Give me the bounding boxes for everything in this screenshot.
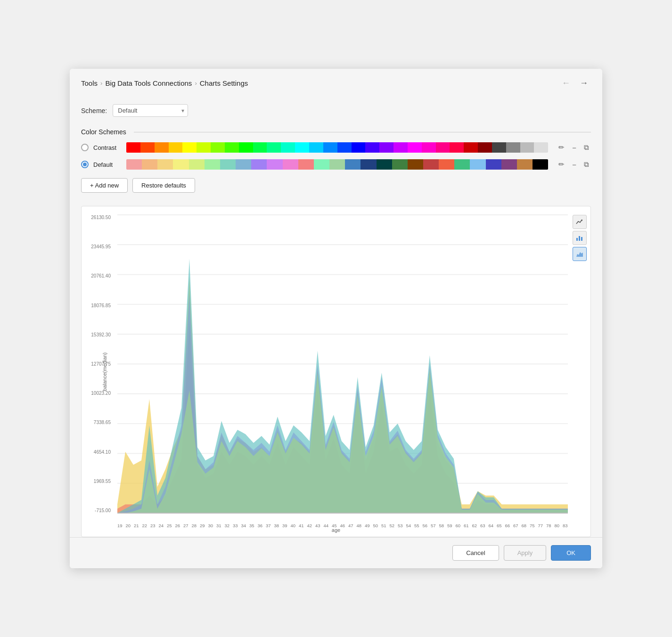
x-tick: 30 [208, 523, 213, 528]
x-tick: 53 [398, 523, 403, 528]
chart-svg [117, 215, 568, 513]
contrast-name: Contrast [93, 144, 122, 151]
x-tick: 48 [357, 523, 362, 528]
restore-defaults-button[interactable]: Restore defaults [132, 178, 195, 193]
x-tick: 57 [431, 523, 436, 528]
contrast-radio[interactable] [81, 144, 89, 151]
default-remove-btn[interactable]: − [570, 160, 578, 170]
default-edit-btn[interactable]: ✏ [557, 159, 566, 170]
contrast-remove-btn[interactable]: − [570, 143, 578, 153]
x-tick: 43 [315, 523, 320, 528]
x-tick: 51 [381, 523, 386, 528]
area-chart-btn[interactable] [573, 247, 587, 261]
section-divider [134, 132, 591, 132]
svg-rect-2 [581, 237, 582, 241]
x-tick: 75 [530, 523, 535, 528]
y-axis: 26130.5023445.9520761.4018076.8515392.30… [90, 215, 115, 513]
chart-icons [573, 215, 587, 261]
x-tick: 62 [472, 523, 477, 528]
x-axis-label: age [332, 527, 340, 533]
dialog: Tools › Big Data Tools Connections › Cha… [70, 69, 602, 568]
y-tick: 1969.55 [94, 479, 111, 484]
contrast-scheme-row: Contrast ✏ − ⧉ [81, 142, 591, 153]
cancel-button[interactable]: Cancel [452, 545, 499, 561]
scheme-select[interactable]: Default Contrast Custom [113, 104, 188, 117]
contrast-edit-btn[interactable]: ✏ [557, 142, 566, 153]
x-axis: 1920212223242526272829303132333435363738… [117, 523, 568, 528]
x-tick: 78 [546, 523, 551, 528]
dialog-header: Tools › Big Data Tools Connections › Cha… [70, 69, 602, 96]
dialog-body: Scheme: Default Contrast Custom Color Sc… [70, 96, 602, 537]
back-button[interactable]: ← [559, 77, 573, 89]
x-tick: 21 [134, 523, 139, 528]
x-tick: 32 [225, 523, 230, 528]
x-tick: 83 [563, 523, 568, 528]
breadcrumb-tools: Tools [81, 79, 98, 87]
x-tick: 34 [241, 523, 246, 528]
x-tick: 31 [216, 523, 221, 528]
ok-button[interactable]: OK [551, 545, 591, 561]
x-tick: 50 [373, 523, 378, 528]
x-tick: 49 [365, 523, 370, 528]
y-tick: 10023.20 [91, 391, 111, 396]
x-tick: 54 [406, 523, 411, 528]
chart-area: balance(median) [81, 206, 591, 537]
x-tick: 65 [497, 523, 502, 528]
x-tick: 42 [307, 523, 312, 528]
x-tick: 68 [522, 523, 527, 528]
contrast-actions: ✏ − ⧉ [557, 142, 591, 153]
x-tick: 59 [447, 523, 452, 528]
breadcrumb: Tools › Big Data Tools Connections › Cha… [81, 79, 248, 87]
scheme-label: Scheme: [81, 107, 107, 114]
x-tick: 55 [414, 523, 419, 528]
contrast-copy-btn[interactable]: ⧉ [582, 142, 591, 153]
apply-button[interactable]: Apply [504, 545, 547, 561]
forward-button[interactable]: → [577, 77, 591, 89]
default-copy-btn[interactable]: ⧉ [582, 159, 591, 170]
x-tick: 23 [150, 523, 156, 528]
x-tick: 77 [538, 523, 543, 528]
contrast-color-strip [126, 142, 548, 153]
y-tick: -715.00 [95, 508, 111, 513]
line-chart-icon [576, 218, 583, 226]
x-tick: 39 [282, 523, 287, 528]
x-tick: 38 [274, 523, 279, 528]
default-actions: ✏ − ⧉ [557, 159, 591, 170]
scheme-row: Scheme: Default Contrast Custom [81, 104, 591, 117]
x-tick: 27 [183, 523, 188, 528]
add-new-button[interactable]: + Add new [81, 178, 128, 193]
section-title-row: Color Schemes [81, 128, 591, 136]
breadcrumb-charts: Charts Settings [200, 79, 248, 87]
nav-arrows: ← → [559, 77, 591, 89]
y-tick: 23445.95 [91, 244, 111, 249]
x-tick: 67 [513, 523, 518, 528]
x-tick: 36 [258, 523, 263, 528]
x-tick: 64 [489, 523, 494, 528]
x-tick: 26 [175, 523, 180, 528]
chart-plot [117, 215, 568, 513]
x-tick: 40 [291, 523, 296, 528]
bar-chart-btn[interactable] [573, 231, 587, 245]
x-tick: 46 [340, 523, 345, 528]
x-tick: 44 [324, 523, 329, 528]
y-tick: 18076.85 [91, 303, 111, 308]
x-tick: 63 [480, 523, 485, 528]
x-tick: 56 [423, 523, 428, 528]
x-tick: 28 [192, 523, 197, 528]
x-tick: 61 [464, 523, 469, 528]
dialog-footer: Cancel Apply OK [70, 537, 602, 568]
x-tick: 37 [266, 523, 271, 528]
default-name: Default [93, 161, 122, 168]
default-radio[interactable] [81, 161, 89, 168]
line-chart-btn[interactable] [573, 215, 587, 229]
svg-marker-3 [576, 252, 583, 257]
breadcrumb-connections: Big Data Tools Connections [105, 79, 192, 87]
area-chart-icon [576, 250, 583, 258]
y-tick: 7338.65 [94, 420, 111, 425]
svg-rect-0 [576, 238, 578, 241]
x-tick: 19 [117, 523, 123, 528]
y-tick: 26130.50 [91, 215, 111, 220]
x-tick: 35 [249, 523, 254, 528]
default-scheme-row: Default ✏ − ⧉ [81, 159, 591, 170]
breadcrumb-sep1: › [100, 80, 102, 87]
